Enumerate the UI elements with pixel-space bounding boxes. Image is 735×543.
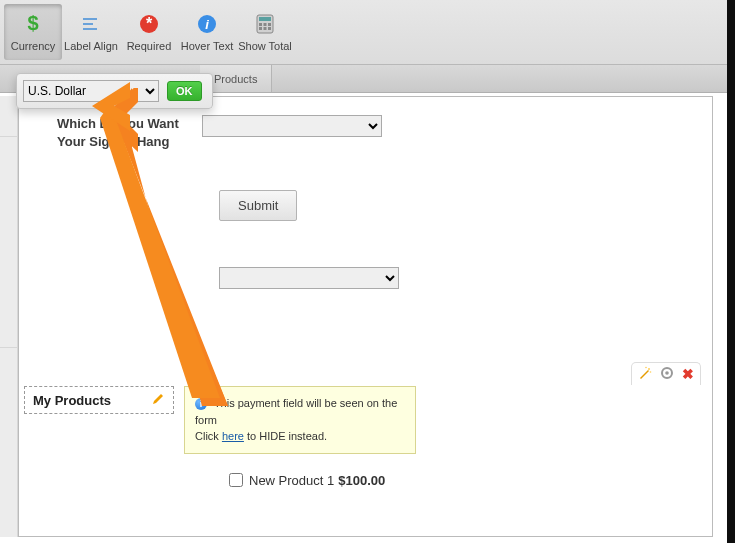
ok-button[interactable]: OK [167,81,202,101]
asterisk-icon: * [137,12,161,36]
tool-label: Show Total [238,40,292,52]
tooltip-text-2b: to HIDE instead. [244,430,327,442]
align-icon [79,12,103,36]
svg-rect-10 [259,23,262,26]
hide-link[interactable]: here [222,430,244,442]
required-tool[interactable]: * Required [120,4,178,60]
tooltip-text-2a: Click [195,430,222,442]
wand-icon[interactable] [638,366,652,382]
currency-select[interactable]: U.S. Dollar [23,80,159,102]
svg-rect-12 [268,23,271,26]
close-icon[interactable]: ✖ [682,366,694,382]
secondary-select[interactable] [219,267,399,289]
info-icon: i [195,398,207,410]
dollar-icon: $ [21,12,45,36]
svg-point-20 [665,371,669,375]
tooltip-text-1: This payment field will be seen on the f… [195,397,397,426]
hover-text-tool[interactable]: i Hover Text [178,4,236,60]
svg-rect-2 [83,23,93,25]
pencil-icon[interactable] [151,392,165,408]
tool-label: Label Align [64,40,118,52]
svg-rect-9 [259,17,271,21]
tool-label: Currency [11,40,56,52]
svg-rect-11 [264,23,267,26]
svg-point-17 [645,367,647,369]
submit-button[interactable]: Submit [219,190,297,221]
tool-label: Hover Text [181,40,233,52]
svg-text:*: * [146,15,153,32]
svg-rect-14 [264,27,267,30]
window-border [727,0,735,543]
product-name: New Product 1 [249,473,334,488]
svg-point-16 [648,368,650,370]
top-toolbar: $ Currency Label Align * Required i Hove… [0,0,735,65]
svg-rect-13 [259,27,262,30]
svg-rect-15 [268,27,271,30]
product-item: New Product 1 $100.00 [225,470,385,490]
products-label: My Products [33,393,111,408]
tool-label: Required [127,40,172,52]
info-icon: i [195,12,219,36]
svg-text:$: $ [27,13,38,34]
question-select[interactable] [202,115,382,137]
payment-visibility-tooltip: i This payment field will be seen on the… [184,386,416,454]
svg-rect-3 [83,28,97,30]
gear-icon[interactable] [660,366,674,382]
product-checkbox[interactable] [229,473,243,487]
left-gutter [0,96,18,537]
question-label: Which Do You Want Your Sign to Hang [57,115,202,150]
currency-tool[interactable]: $ Currency [4,4,62,60]
show-total-tool[interactable]: Show Total [236,4,294,60]
products-section: My Products i This payment field will be… [24,386,707,454]
svg-text:i: i [205,17,209,32]
label-align-tool[interactable]: Label Align [62,4,120,60]
products-label-box[interactable]: My Products [24,386,174,414]
tab-label: Products [214,73,257,85]
product-price: $100.00 [338,473,385,488]
field-actions: ✖ [631,362,701,385]
calculator-icon [253,12,277,36]
currency-popup: U.S. Dollar OK [16,73,213,109]
svg-point-18 [650,371,652,373]
svg-rect-1 [83,18,97,20]
